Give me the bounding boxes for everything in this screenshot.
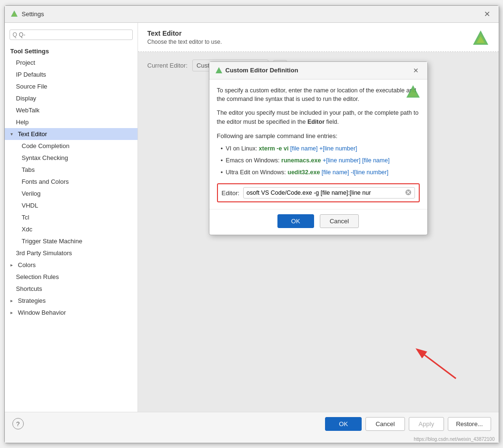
bottom-bar: ? OK Cancel Apply Restore... bbox=[5, 412, 499, 436]
bottom-left: ? bbox=[12, 418, 24, 429]
panel-header-text: Text Editor Choose the text editor to us… bbox=[148, 30, 222, 45]
sample-item-1: VI on Linux: xterm -e vi [file name] +[l… bbox=[221, 144, 420, 153]
sidebar-item-window-behavior[interactable]: ▸ Window Behavior bbox=[5, 307, 138, 319]
main-restore-button[interactable]: Restore... bbox=[448, 417, 491, 431]
editor-input-row: Editor: bbox=[217, 183, 420, 202]
sidebar-item-webtalk[interactable]: WebTalk bbox=[5, 104, 138, 116]
modal-logo-icon bbox=[405, 84, 421, 100]
main-ok-button[interactable]: OK bbox=[325, 417, 362, 431]
clear-editor-button[interactable] bbox=[402, 188, 414, 198]
editor-input[interactable] bbox=[244, 188, 402, 198]
main-content: Q Tool Settings Project IP Defaults Sour… bbox=[5, 23, 499, 412]
modal-desc-2: The editor you specify must be included … bbox=[217, 109, 420, 127]
modal-body: To specify a custom editor, enter the na… bbox=[209, 80, 427, 209]
window-title: Settings bbox=[22, 10, 44, 18]
watermark: https://blog.csdn.net/weixin_43872100 bbox=[5, 436, 499, 443]
modal-title-left: Custom Editor Definition bbox=[215, 67, 298, 74]
sample-1-prefix: VI on Linux: xterm -e vi [file name] +[l… bbox=[226, 144, 357, 153]
clear-icon bbox=[405, 189, 412, 196]
sidebar-item-trigger-state-machine[interactable]: Trigger State Machine bbox=[5, 235, 138, 247]
title-bar: Settings ✕ bbox=[5, 6, 499, 23]
panel-logo-icon bbox=[472, 30, 489, 47]
modal-footer: OK Cancel bbox=[209, 209, 427, 235]
modal-desc-1: To specify a custom editor, enter the na… bbox=[217, 86, 420, 104]
help-button[interactable]: ? bbox=[12, 418, 24, 429]
chevron-right-icon-3: ▸ bbox=[10, 310, 16, 315]
sample-list: VI on Linux: xterm -e vi [file name] +[l… bbox=[217, 144, 420, 177]
sidebar-item-text-editor[interactable]: ▾ Text Editor bbox=[5, 128, 138, 140]
main-cancel-button[interactable]: Cancel bbox=[365, 417, 404, 431]
arrow-annotation bbox=[394, 336, 461, 383]
main-apply-button[interactable]: Apply bbox=[409, 417, 444, 431]
editor-input-wrapper bbox=[243, 187, 414, 199]
sidebar-item-fonts-and-colors[interactable]: Fonts and Colors bbox=[5, 176, 138, 188]
modal-title-bar: Custom Editor Definition ✕ bbox=[209, 62, 427, 80]
sample-2-prefix: Emacs on Windows: runemacs.exe +[line nu… bbox=[226, 156, 389, 165]
sidebar-item-tcl[interactable]: Tcl bbox=[5, 211, 138, 223]
settings-window: Settings ✕ Q Tool Settings Project IP De… bbox=[4, 5, 499, 443]
search-icon: Q bbox=[13, 31, 17, 38]
modal-close-button[interactable]: ✕ bbox=[410, 66, 422, 75]
svg-line-12 bbox=[418, 350, 456, 378]
samples-label: Following are sample command line entrie… bbox=[217, 131, 420, 141]
modal-icon bbox=[215, 67, 223, 74]
modal-ok-button[interactable]: OK bbox=[277, 214, 314, 228]
chevron-right-icon-2: ▸ bbox=[10, 298, 16, 303]
sidebar-item-xdc[interactable]: Xdc bbox=[5, 223, 138, 235]
sidebar: Q Tool Settings Project IP Defaults Sour… bbox=[5, 23, 138, 412]
modal-dialog: Custom Editor Definition ✕ To specify a … bbox=[209, 61, 428, 236]
sample-item-3: Ultra Edit on Windows: uedit32.exe [file… bbox=[221, 168, 420, 177]
sidebar-item-source-file[interactable]: Source File bbox=[5, 80, 138, 92]
sidebar-item-display[interactable]: Display bbox=[5, 92, 138, 104]
search-box[interactable]: Q bbox=[10, 30, 133, 40]
editor-label: Editor: bbox=[222, 189, 240, 198]
sidebar-item-vhdl[interactable]: VHDL bbox=[5, 199, 138, 211]
sidebar-item-ip-defaults[interactable]: IP Defaults bbox=[5, 69, 138, 80]
title-bar-left: Settings bbox=[10, 10, 44, 18]
svg-marker-5 bbox=[216, 67, 222, 73]
modal-desc-2-end: field. bbox=[325, 119, 339, 125]
tool-settings-label: Tool Settings bbox=[5, 46, 138, 57]
modal-title-text: Custom Editor Definition bbox=[226, 67, 298, 74]
sidebar-item-shortcuts[interactable]: Shortcuts bbox=[5, 283, 138, 295]
chevron-right-icon: ▸ bbox=[10, 262, 16, 268]
sidebar-item-strategies[interactable]: ▸ Strategies bbox=[5, 295, 138, 307]
right-panel: Text Editor Choose the text editor to us… bbox=[138, 23, 499, 412]
sidebar-item-code-completion[interactable]: Code Completion bbox=[5, 140, 138, 152]
panel-title: Text Editor bbox=[148, 30, 222, 37]
sidebar-item-tabs[interactable]: Tabs bbox=[5, 164, 138, 176]
close-button[interactable]: ✕ bbox=[481, 9, 493, 20]
modal-cancel-button[interactable]: Cancel bbox=[320, 214, 359, 228]
sidebar-item-project[interactable]: Project bbox=[5, 57, 138, 69]
sample-item-2: Emacs on Windows: runemacs.exe +[line nu… bbox=[221, 156, 420, 165]
sidebar-item-selection-rules[interactable]: Selection Rules bbox=[5, 271, 138, 283]
panel-subtitle: Choose the text editor to use. bbox=[148, 39, 222, 45]
modal-desc-bold: Editor bbox=[307, 119, 325, 125]
sidebar-item-verilog[interactable]: Verilog bbox=[5, 188, 138, 199]
sidebar-item-colors[interactable]: ▸ Colors bbox=[5, 259, 138, 271]
sidebar-item-syntax-checking[interactable]: Syntax Checking bbox=[5, 152, 138, 164]
search-input[interactable] bbox=[19, 31, 129, 38]
bottom-right: OK Cancel Apply Restore... bbox=[325, 417, 491, 431]
chevron-down-icon: ▾ bbox=[10, 131, 16, 137]
modal-overlay: Custom Editor Definition ✕ To specify a … bbox=[138, 52, 499, 412]
arrow-svg bbox=[394, 336, 461, 383]
app-icon bbox=[10, 10, 18, 18]
panel-body: Current Editor: Custom Editor... ▾ ... bbox=[138, 52, 499, 412]
sample-3-prefix: Ultra Edit on Windows: uedit32.exe [file… bbox=[226, 168, 388, 177]
sidebar-item-help[interactable]: Help bbox=[5, 116, 138, 128]
panel-header: Text Editor Choose the text editor to us… bbox=[138, 23, 499, 52]
sidebar-item-3rd-party-simulators[interactable]: 3rd Party Simulators bbox=[5, 247, 138, 259]
